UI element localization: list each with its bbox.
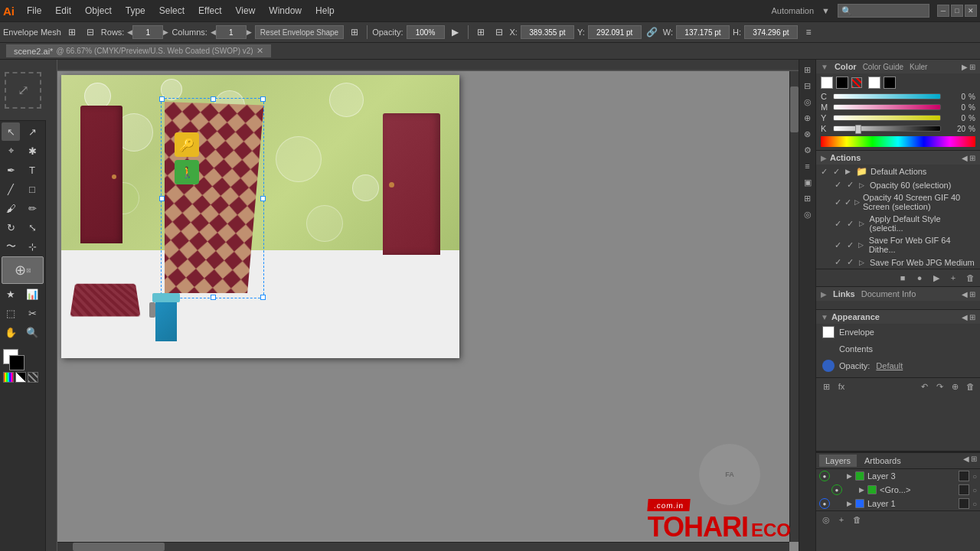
icon-bar-btn-8[interactable]: ▣ xyxy=(801,175,815,189)
layers-panel-menu[interactable]: ◀ xyxy=(963,455,969,467)
m-slider[interactable] xyxy=(833,104,941,110)
none-color-icon[interactable] xyxy=(851,77,862,88)
selection-tool[interactable]: ↖ xyxy=(2,122,20,141)
vertical-scrollbar[interactable] xyxy=(789,71,799,542)
icon-bar-btn-6[interactable]: ⚙ xyxy=(801,143,815,157)
layers-delete-btn[interactable]: 🗑 xyxy=(850,513,864,527)
menu-view[interactable]: View xyxy=(230,4,262,18)
layer-3-row[interactable]: ● ▶ Layer 3 ○ xyxy=(816,469,980,483)
color-spectrum[interactable] xyxy=(821,136,975,147)
h-input[interactable] xyxy=(744,25,798,39)
icon-bar-btn-7[interactable]: ≡ xyxy=(801,159,815,173)
action-item-5[interactable]: ✓ ✓ ▷ Save For Web JPG Medium xyxy=(816,256,980,269)
graph-tool[interactable]: 📊 xyxy=(23,285,41,303)
symbol-tool[interactable]: ★ xyxy=(2,285,20,303)
maximize-button[interactable]: □ xyxy=(951,5,963,17)
slice-tool[interactable]: ✂ xyxy=(23,304,41,322)
c-slider[interactable] xyxy=(833,93,941,99)
layer-3-expand[interactable]: ▶ xyxy=(847,472,852,480)
envelope-options-icon[interactable]: ⊞ xyxy=(347,24,362,40)
icon-bar-btn-10[interactable]: ◎ xyxy=(801,207,815,221)
x-input[interactable] xyxy=(521,25,574,39)
lasso-tool[interactable]: ⌖ xyxy=(2,142,20,160)
doc-info-tab[interactable]: Document Info xyxy=(861,289,916,298)
layer-1-visibility[interactable]: ● xyxy=(819,498,830,509)
scale-tool[interactable]: ⤡ xyxy=(23,218,41,236)
app-undo-btn[interactable]: ↶ xyxy=(917,380,931,393)
k-slider[interactable] xyxy=(833,126,941,132)
menu-file[interactable]: File xyxy=(21,4,47,18)
canvas-area[interactable]: 🔑 🚶 xyxy=(46,60,799,551)
action-item-1[interactable]: ✓ ✓ ▷ Opacity 60 (selection) xyxy=(816,178,980,191)
document-tab[interactable]: scene2.ai* @ 66.67% (CMYK/Preview/U.S. W… xyxy=(6,44,271,57)
action-delete-btn[interactable]: 🗑 xyxy=(963,271,977,285)
envelope-mesh-tool[interactable]: ⊕⊠ xyxy=(2,256,44,284)
links-tab[interactable]: Links xyxy=(833,289,855,298)
horizontal-scrollbar[interactable] xyxy=(57,542,789,551)
menu-type[interactable]: Type xyxy=(119,4,152,18)
zoom-tool[interactable]: 🔍 xyxy=(23,323,41,341)
rotate-tool[interactable]: ↻ xyxy=(2,218,20,236)
tool-options-1[interactable]: ⊞ xyxy=(64,24,80,40)
group-visibility[interactable]: ● xyxy=(831,484,842,495)
stroke-swatch[interactable] xyxy=(9,355,24,370)
icon-bar-btn-4[interactable]: ⊕ xyxy=(801,111,815,125)
menu-select[interactable]: Select xyxy=(153,4,191,18)
stroke-color-box[interactable] xyxy=(836,77,848,89)
layers-tab[interactable]: Layers xyxy=(819,455,857,467)
action-item-4[interactable]: ✓ ✓ ▷ Save For Web GIF 64 Dithe... xyxy=(816,234,980,256)
menu-object[interactable]: Object xyxy=(79,4,118,18)
tab-close-icon[interactable]: ✕ xyxy=(256,46,263,56)
color-panel-header[interactable]: ▼ Color Color Guide Kuler ▶ ⊞ xyxy=(816,60,980,73)
actions-panel-header[interactable]: ▶ Actions ◀ ⊞ xyxy=(816,151,980,165)
layer-1-row[interactable]: ● ▶ Layer 1 ○ xyxy=(816,497,980,510)
pencil-tool[interactable]: ✏ xyxy=(23,199,41,217)
gradient-icon[interactable] xyxy=(15,372,26,383)
links-panel-header[interactable]: ▶ Links Document Info ◀ ⊞ xyxy=(816,287,980,301)
menu-help[interactable]: Help xyxy=(309,4,341,18)
icon-bar-btn-1[interactable]: ⊞ xyxy=(801,63,815,77)
y-slider[interactable] xyxy=(833,115,941,121)
expand-icon-1[interactable]: ▶ xyxy=(845,168,853,175)
action-item-3[interactable]: ✓ ✓ ▷ Apply Default Style (selecti... xyxy=(816,213,980,234)
contents-appearance-item[interactable]: Contents xyxy=(816,341,980,357)
layer-1-expand[interactable]: ▶ xyxy=(847,500,852,507)
magic-wand-tool[interactable]: ✱ xyxy=(23,142,41,160)
menu-effect[interactable]: Effect xyxy=(192,4,227,18)
reset-envelope-button[interactable]: Reset Envelope Shape xyxy=(255,25,344,39)
chain-icon[interactable]: 🔗 xyxy=(645,24,660,40)
artboard-tool[interactable]: ⬚ xyxy=(2,304,20,322)
envelope-appearance-item[interactable]: Envelope xyxy=(816,324,980,341)
icon-bar-btn-2[interactable]: ⊟ xyxy=(801,79,815,93)
hand-tool[interactable]: ✋ xyxy=(2,323,20,341)
icon-bar-btn-5[interactable]: ⊗ xyxy=(801,127,815,141)
menu-window[interactable]: Window xyxy=(263,4,308,18)
menu-edit[interactable]: Edit xyxy=(49,4,77,18)
free-transform-tool[interactable]: ⊹ xyxy=(23,237,41,256)
color-mode-icon[interactable] xyxy=(3,372,14,383)
app-redo-btn[interactable]: ↷ xyxy=(933,380,946,393)
app-copy-btn[interactable]: ⊕ xyxy=(948,380,962,393)
close-button[interactable]: ✕ xyxy=(965,5,977,17)
layers-new-layer-btn[interactable]: + xyxy=(835,513,848,527)
pen-tool[interactable]: ✒ xyxy=(2,161,20,179)
layers-locate-btn[interactable]: ◎ xyxy=(819,513,833,527)
rows-input[interactable] xyxy=(132,25,163,39)
direct-selection-tool[interactable]: ↗ xyxy=(23,122,41,141)
more-options-icon[interactable]: ≡ xyxy=(801,24,816,40)
default-actions-folder[interactable]: ✓ ✓ ▶ 📁 Default Actions xyxy=(816,165,980,178)
w-input[interactable] xyxy=(676,25,730,39)
tool-options-2[interactable]: ⊟ xyxy=(83,24,98,40)
icon-bar-btn-3[interactable]: ◎ xyxy=(801,95,815,109)
none-icon[interactable] xyxy=(28,372,38,383)
paintbrush-tool[interactable]: 🖌 xyxy=(2,199,20,217)
minimize-button[interactable]: ─ xyxy=(937,5,949,17)
cols-input[interactable] xyxy=(216,25,247,39)
line-tool[interactable]: ╱ xyxy=(2,180,20,198)
layers-panel-options[interactable]: ⊞ xyxy=(971,455,977,467)
group-row[interactable]: ● ▶ <Gro...> ○ xyxy=(816,483,980,497)
action-item-2[interactable]: ✓ ✓ ▷ Opacity 40 Screen GIF 40 Screen (s… xyxy=(816,191,980,213)
app-new-style-btn[interactable]: ⊞ xyxy=(819,380,833,393)
app-delete-btn[interactable]: 🗑 xyxy=(963,380,977,393)
diamond-object[interactable] xyxy=(165,102,264,293)
